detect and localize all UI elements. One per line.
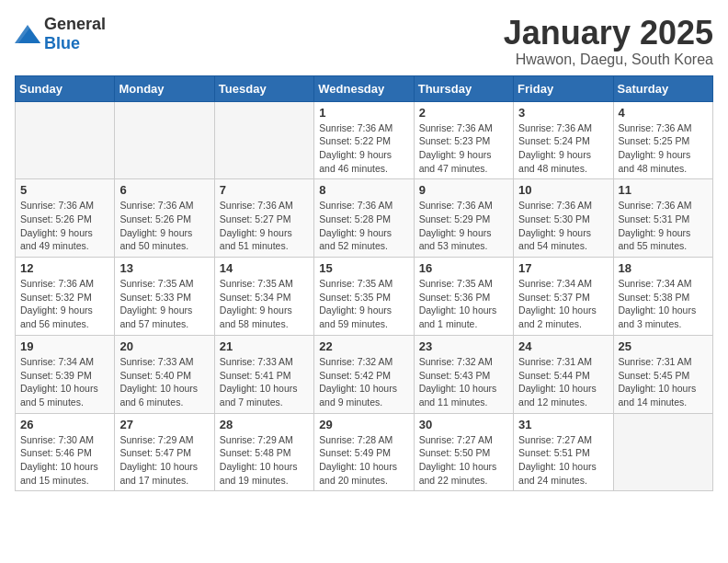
day-number: 18 [619, 261, 708, 275]
calendar-cell: 26Sunrise: 7:30 AM Sunset: 5:46 PM Dayli… [16, 413, 115, 491]
logo: General Blue [15, 15, 106, 53]
calendar-cell: 1Sunrise: 7:36 AM Sunset: 5:22 PM Daylig… [314, 101, 414, 179]
calendar-cell: 29Sunrise: 7:28 AM Sunset: 5:49 PM Dayli… [314, 413, 414, 491]
day-info: Sunrise: 7:36 AM Sunset: 5:26 PM Dayligh… [119, 199, 209, 253]
calendar-cell: 6Sunrise: 7:36 AM Sunset: 5:26 PM Daylig… [115, 179, 214, 258]
day-number: 21 [220, 339, 309, 353]
day-info: Sunrise: 7:28 AM Sunset: 5:49 PM Dayligh… [319, 433, 408, 488]
calendar-cell: 5Sunrise: 7:36 AM Sunset: 5:26 PM Daylig… [16, 179, 115, 258]
calendar-cell: 27Sunrise: 7:29 AM Sunset: 5:47 PM Dayli… [115, 413, 214, 491]
day-number: 4 [619, 106, 708, 120]
calendar-cell: 8Sunrise: 7:36 AM Sunset: 5:28 PM Daylig… [314, 179, 414, 258]
calendar-cell [214, 101, 313, 179]
day-number: 11 [619, 183, 708, 197]
calendar-cell [613, 413, 712, 491]
calendar-cell: 18Sunrise: 7:34 AM Sunset: 5:38 PM Dayli… [613, 258, 712, 336]
calendar-cell: 12Sunrise: 7:36 AM Sunset: 5:32 PM Dayli… [16, 258, 115, 336]
weekday-header: Thursday [414, 75, 513, 101]
calendar-week-row: 19Sunrise: 7:34 AM Sunset: 5:39 PM Dayli… [16, 335, 713, 413]
day-info: Sunrise: 7:36 AM Sunset: 5:32 PM Dayligh… [20, 277, 109, 331]
day-number: 19 [20, 339, 109, 353]
day-number: 29 [319, 418, 408, 431]
day-info: Sunrise: 7:36 AM Sunset: 5:27 PM Dayligh… [220, 199, 309, 253]
day-info: Sunrise: 7:29 AM Sunset: 5:48 PM Dayligh… [220, 433, 309, 488]
calendar-cell: 11Sunrise: 7:36 AM Sunset: 5:31 PM Dayli… [613, 179, 712, 258]
day-info: Sunrise: 7:30 AM Sunset: 5:46 PM Dayligh… [20, 433, 109, 488]
day-number: 3 [518, 106, 608, 120]
calendar-cell: 16Sunrise: 7:35 AM Sunset: 5:36 PM Dayli… [414, 258, 513, 336]
day-info: Sunrise: 7:34 AM Sunset: 5:38 PM Dayligh… [619, 277, 708, 331]
day-info: Sunrise: 7:32 AM Sunset: 5:42 PM Dayligh… [319, 355, 408, 409]
day-info: Sunrise: 7:31 AM Sunset: 5:45 PM Dayligh… [619, 355, 708, 409]
day-info: Sunrise: 7:36 AM Sunset: 5:25 PM Dayligh… [619, 121, 708, 176]
day-info: Sunrise: 7:32 AM Sunset: 5:43 PM Dayligh… [419, 355, 508, 409]
day-number: 23 [419, 339, 508, 353]
page-header: General Blue January 2025 Hwawon, Daegu,… [15, 15, 713, 68]
day-info: Sunrise: 7:31 AM Sunset: 5:44 PM Dayligh… [518, 355, 608, 409]
calendar-cell: 3Sunrise: 7:36 AM Sunset: 5:24 PM Daylig… [514, 101, 613, 179]
day-info: Sunrise: 7:36 AM Sunset: 5:26 PM Dayligh… [20, 199, 109, 253]
day-number: 27 [119, 418, 209, 431]
calendar-cell: 9Sunrise: 7:36 AM Sunset: 5:29 PM Daylig… [414, 179, 513, 258]
day-info: Sunrise: 7:35 AM Sunset: 5:36 PM Dayligh… [419, 277, 508, 331]
day-info: Sunrise: 7:36 AM Sunset: 5:29 PM Dayligh… [419, 199, 508, 253]
calendar-week-row: 5Sunrise: 7:36 AM Sunset: 5:26 PM Daylig… [16, 179, 713, 258]
day-info: Sunrise: 7:29 AM Sunset: 5:47 PM Dayligh… [119, 433, 209, 488]
calendar-cell: 14Sunrise: 7:35 AM Sunset: 5:34 PM Dayli… [214, 258, 313, 336]
calendar-cell: 20Sunrise: 7:33 AM Sunset: 5:40 PM Dayli… [115, 335, 214, 413]
calendar-cell: 17Sunrise: 7:34 AM Sunset: 5:37 PM Dayli… [514, 258, 613, 336]
day-info: Sunrise: 7:33 AM Sunset: 5:40 PM Dayligh… [119, 355, 209, 409]
day-number: 17 [518, 261, 608, 275]
logo-text: General Blue [44, 15, 106, 53]
calendar-cell: 19Sunrise: 7:34 AM Sunset: 5:39 PM Dayli… [16, 335, 115, 413]
day-number: 24 [518, 339, 608, 353]
day-info: Sunrise: 7:34 AM Sunset: 5:39 PM Dayligh… [20, 355, 109, 409]
day-info: Sunrise: 7:36 AM Sunset: 5:30 PM Dayligh… [518, 199, 608, 253]
day-number: 5 [20, 183, 109, 197]
day-info: Sunrise: 7:36 AM Sunset: 5:31 PM Dayligh… [619, 199, 708, 253]
day-info: Sunrise: 7:36 AM Sunset: 5:28 PM Dayligh… [319, 199, 408, 253]
day-number: 28 [220, 418, 309, 431]
calendar-cell: 30Sunrise: 7:27 AM Sunset: 5:50 PM Dayli… [414, 413, 513, 491]
day-number: 10 [518, 183, 608, 197]
calendar-cell: 15Sunrise: 7:35 AM Sunset: 5:35 PM Dayli… [314, 258, 414, 336]
day-info: Sunrise: 7:27 AM Sunset: 5:50 PM Dayligh… [419, 433, 508, 488]
day-info: Sunrise: 7:35 AM Sunset: 5:35 PM Dayligh… [319, 277, 408, 331]
calendar-cell: 13Sunrise: 7:35 AM Sunset: 5:33 PM Dayli… [115, 258, 214, 336]
day-number: 1 [319, 106, 408, 120]
calendar-title: January 2025 [504, 15, 713, 52]
day-number: 9 [419, 183, 508, 197]
calendar-week-row: 12Sunrise: 7:36 AM Sunset: 5:32 PM Dayli… [16, 258, 713, 336]
calendar-cell: 24Sunrise: 7:31 AM Sunset: 5:44 PM Dayli… [514, 335, 613, 413]
calendar-cell: 10Sunrise: 7:36 AM Sunset: 5:30 PM Dayli… [514, 179, 613, 258]
calendar-week-row: 26Sunrise: 7:30 AM Sunset: 5:46 PM Dayli… [16, 413, 713, 491]
calendar-cell: 21Sunrise: 7:33 AM Sunset: 5:41 PM Dayli… [214, 335, 313, 413]
calendar-cell: 31Sunrise: 7:27 AM Sunset: 5:51 PM Dayli… [514, 413, 613, 491]
calendar-subtitle: Hwawon, Daegu, South Korea [504, 52, 713, 68]
day-info: Sunrise: 7:35 AM Sunset: 5:34 PM Dayligh… [220, 277, 309, 331]
day-number: 20 [119, 339, 209, 353]
day-number: 22 [319, 339, 408, 353]
weekday-header: Monday [115, 75, 214, 101]
calendar-cell: 4Sunrise: 7:36 AM Sunset: 5:25 PM Daylig… [613, 101, 712, 179]
calendar-cell [16, 101, 115, 179]
day-number: 26 [20, 418, 109, 431]
logo-icon [15, 25, 40, 43]
weekday-header-row: SundayMondayTuesdayWednesdayThursdayFrid… [16, 75, 713, 101]
day-number: 31 [518, 418, 608, 431]
day-number: 2 [419, 106, 508, 120]
calendar-cell: 2Sunrise: 7:36 AM Sunset: 5:23 PM Daylig… [414, 101, 513, 179]
weekday-header: Tuesday [214, 75, 313, 101]
calendar-cell: 28Sunrise: 7:29 AM Sunset: 5:48 PM Dayli… [214, 413, 313, 491]
day-number: 13 [119, 261, 209, 275]
calendar-cell: 7Sunrise: 7:36 AM Sunset: 5:27 PM Daylig… [214, 179, 313, 258]
day-info: Sunrise: 7:27 AM Sunset: 5:51 PM Dayligh… [518, 433, 608, 488]
day-info: Sunrise: 7:36 AM Sunset: 5:22 PM Dayligh… [319, 121, 408, 176]
day-number: 15 [319, 261, 408, 275]
weekday-header: Wednesday [314, 75, 414, 101]
day-number: 14 [220, 261, 309, 275]
logo-blue: Blue [44, 34, 80, 52]
day-info: Sunrise: 7:35 AM Sunset: 5:33 PM Dayligh… [119, 277, 209, 331]
weekday-header: Saturday [613, 75, 712, 101]
logo-general: General [44, 15, 106, 33]
